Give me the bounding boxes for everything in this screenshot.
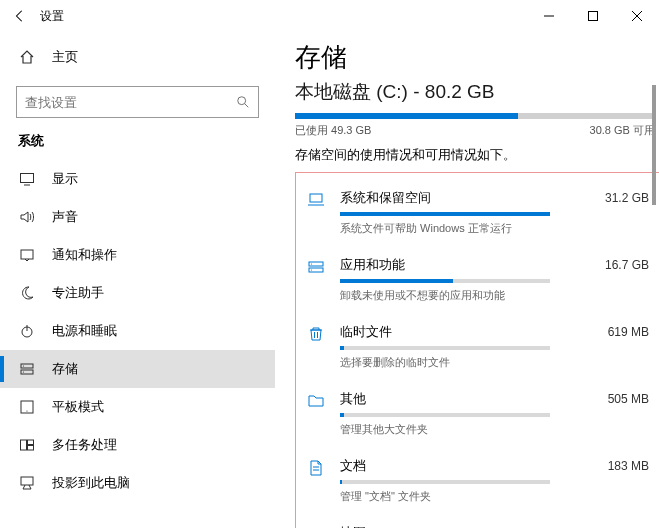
svg-rect-17 [21,440,27,450]
category-name: 临时文件 [340,323,392,341]
svg-point-13 [23,365,24,366]
category-bar [340,279,550,283]
window-title: 设置 [36,8,64,25]
sidebar-home-label: 主页 [52,48,78,66]
sidebar-item-1[interactable]: 声音 [0,198,275,236]
maximize-button[interactable] [571,0,615,32]
sidebar-item-2[interactable]: 通知和操作 [0,236,275,274]
svg-rect-21 [310,194,322,202]
search-icon [236,95,250,109]
svg-line-5 [245,104,249,108]
minimize-button[interactable] [527,0,571,32]
main-content: 存储 本地磁盘 (C:) - 80.2 GB 已使用 49.3 GB 30.8 … [275,32,659,528]
sidebar-section-header: 系统 [0,128,275,160]
svg-point-26 [311,269,312,270]
sidebar-item-0[interactable]: 显示 [0,160,275,198]
category-bar [340,346,550,350]
svg-rect-18 [28,440,34,445]
storage-category-1[interactable]: 应用和功能16.7 GB卸载未使用或不想要的应用和功能 [306,248,649,315]
svg-point-4 [238,97,246,105]
project-icon [18,474,36,492]
sidebar-home[interactable]: 主页 [0,38,275,76]
sidebar-item-label: 多任务处理 [52,436,117,454]
home-icon [18,48,36,66]
category-sub: 卸载未使用或不想要的应用和功能 [340,288,649,303]
sidebar-item-8[interactable]: 投影到此电脑 [0,464,275,502]
sidebar-item-label: 电源和睡眠 [52,322,117,340]
sidebar-item-label: 存储 [52,360,78,378]
svg-rect-19 [28,446,34,451]
svg-point-25 [311,263,312,264]
category-size: 31.2 GB [605,191,649,205]
storage-category-3[interactable]: 其他505 MB管理其他大文件夹 [306,382,649,449]
storage-category-2[interactable]: 临时文件619 MB选择要删除的临时文件 [306,315,649,382]
laptop-icon [306,190,326,210]
trash-icon [306,324,326,344]
svg-rect-12 [21,370,33,374]
sidebar-item-4[interactable]: 电源和睡眠 [0,312,275,350]
category-sub: 管理其他大文件夹 [340,422,649,437]
drive-title: 本地磁盘 (C:) - 80.2 GB [295,79,649,105]
close-button[interactable] [615,0,659,32]
svg-point-14 [23,371,24,372]
search-box[interactable] [16,86,259,118]
free-label: 30.8 GB 可用 [590,123,655,138]
storage-icon [18,360,36,378]
notification-icon [18,246,36,264]
category-sub: 系统文件可帮助 Windows 正常运行 [340,221,649,236]
sound-icon [18,208,36,226]
category-bar [340,413,550,417]
multitask-icon [18,436,36,454]
category-size: 619 MB [608,325,649,339]
sidebar: 主页 系统 显示声音通知和操作专注助手电源和睡眠存储平板模式多任务处理投影到此电… [0,32,275,528]
category-name: 文档 [340,457,366,475]
sidebar-item-5[interactable]: 存储 [0,350,275,388]
tablet-icon [18,398,36,416]
monitor-icon [18,170,36,188]
category-name: 其他 [340,390,366,408]
document-icon [306,458,326,478]
storage-category-4[interactable]: 文档183 MB管理 "文档" 文件夹 [306,449,649,516]
svg-rect-1 [589,12,598,21]
folder-icon [306,391,326,411]
sidebar-item-label: 显示 [52,170,78,188]
category-sub: 选择要删除的临时文件 [340,355,649,370]
sidebar-item-6[interactable]: 平板模式 [0,388,275,426]
power-icon [18,322,36,340]
back-button[interactable] [4,0,36,32]
category-size: 183 MB [608,459,649,473]
category-bar [340,480,550,484]
page-title: 存储 [295,40,649,75]
category-name: 系统和保留空间 [340,189,431,207]
scrollbar-thumb[interactable] [652,85,656,205]
category-bar [340,212,550,216]
svg-rect-20 [21,477,33,485]
sidebar-item-7[interactable]: 多任务处理 [0,426,275,464]
category-size: 505 MB [608,392,649,406]
svg-point-16 [26,410,27,411]
moon-icon [18,284,36,302]
used-label: 已使用 49.3 GB [295,123,371,138]
storage-category-0[interactable]: 系统和保留空间31.2 GB系统文件可帮助 Windows 正常运行 [306,181,649,248]
category-name: 地图 [340,524,366,528]
category-sub: 管理 "文档" 文件夹 [340,489,649,504]
svg-rect-8 [21,250,33,259]
sidebar-item-label: 通知和操作 [52,246,117,264]
sidebar-item-label: 声音 [52,208,78,226]
usage-description: 存储空间的使用情况和可用情况如下。 [295,146,649,164]
svg-rect-6 [21,174,34,183]
apps-icon [306,257,326,277]
sidebar-item-label: 投影到此电脑 [52,474,130,492]
category-size: 16.7 GB [605,258,649,272]
sidebar-item-3[interactable]: 专注助手 [0,274,275,312]
svg-rect-11 [21,364,33,368]
sidebar-item-label: 专注助手 [52,284,104,302]
category-name: 应用和功能 [340,256,405,274]
search-input[interactable] [25,95,236,110]
sidebar-item-label: 平板模式 [52,398,104,416]
storage-category-5[interactable]: 地图131 MB删除离线地图或更改其位置 [306,516,649,528]
drive-usage-bar [295,113,655,119]
